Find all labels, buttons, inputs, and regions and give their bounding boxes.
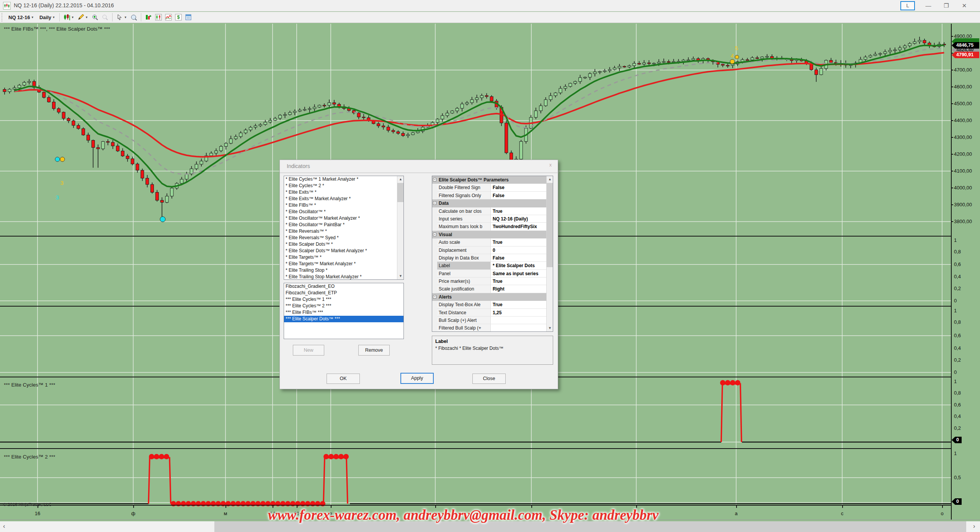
period-selector[interactable]: Daily bbox=[36, 15, 53, 20]
property-value[interactable]: False bbox=[491, 184, 553, 191]
available-indicator-item[interactable]: * Elite Cycles™ 2 * bbox=[284, 183, 403, 189]
scroll-down-icon[interactable]: ▼ bbox=[547, 325, 553, 331]
chart-trader-icon[interactable] bbox=[154, 13, 163, 22]
property-value[interactable]: 1,25 bbox=[491, 309, 553, 317]
link-button[interactable]: L bbox=[900, 1, 915, 10]
property-value[interactable] bbox=[491, 324, 553, 332]
account-icon[interactable]: $ bbox=[173, 13, 183, 22]
property-row[interactable]: Bull Scalp (+) Alert bbox=[432, 317, 553, 324]
property-group-row[interactable]: −Data bbox=[432, 199, 553, 207]
property-value[interactable]: Same as input series bbox=[491, 270, 553, 277]
ok-button[interactable]: OK bbox=[327, 374, 360, 384]
indicator-properties-grid[interactable]: −Elite Scalper Dots™ ParametersDouble Fi… bbox=[432, 176, 553, 332]
available-indicators-list[interactable]: ▲ ▼ * Elite Cycles™ 1 Market Analyzer **… bbox=[284, 176, 404, 280]
zoom-out-icon[interactable] bbox=[100, 13, 110, 22]
cursor-icon[interactable] bbox=[115, 13, 125, 22]
property-value[interactable]: True bbox=[491, 207, 553, 215]
property-row[interactable]: Display Text-Box AleTrue bbox=[432, 301, 553, 308]
property-row[interactable]: Scale justificationRight bbox=[432, 285, 553, 293]
period-caret-icon[interactable]: ▾ bbox=[53, 15, 57, 19]
collapse-icon[interactable]: − bbox=[433, 295, 436, 299]
available-indicator-item[interactable]: * Elite Oscillator™ PaintBar * bbox=[284, 222, 403, 228]
applied-indicator-item[interactable]: *** Elite Cycles™ 1 *** bbox=[284, 296, 403, 303]
scroll-left-icon[interactable]: ‹ bbox=[3, 523, 5, 530]
properties-panel-icon[interactable] bbox=[183, 13, 193, 22]
property-value[interactable]: True bbox=[491, 277, 553, 285]
property-value[interactable] bbox=[491, 317, 553, 324]
property-row[interactable]: PanelSame as input series bbox=[432, 270, 553, 277]
scroll-up-icon[interactable]: ▲ bbox=[397, 176, 404, 183]
available-indicator-item[interactable]: * Elite Reversals™ * bbox=[284, 228, 403, 235]
property-value[interactable]: True bbox=[491, 238, 553, 246]
drawing-tools-icon[interactable] bbox=[76, 13, 86, 22]
available-indicator-item[interactable]: * Elite Reversals™ Syed * bbox=[284, 235, 403, 241]
collapse-icon[interactable]: − bbox=[433, 201, 436, 205]
property-value[interactable]: True bbox=[491, 301, 553, 308]
available-indicator-item[interactable]: * Elite Scalper Dots™ * bbox=[284, 241, 403, 248]
scrollbar-thumb[interactable] bbox=[397, 183, 404, 202]
property-row[interactable]: Auto scaleTrue bbox=[432, 238, 553, 246]
property-value[interactable]: NQ 12-16 (Daily) bbox=[491, 215, 553, 223]
available-indicator-item[interactable]: * Elite Oscillator™ Market Analyzer * bbox=[284, 215, 403, 222]
property-row[interactable]: Input seriesNQ 12-16 (Daily) bbox=[432, 215, 553, 223]
property-row[interactable]: Calculate on bar closTrue bbox=[432, 207, 553, 215]
grid-scrollbar[interactable]: ▲ ▼ bbox=[546, 176, 553, 331]
chart-style-caret-icon[interactable]: ▾ bbox=[72, 15, 76, 19]
minimize-button[interactable]: — bbox=[922, 1, 935, 10]
available-indicator-item[interactable]: * Elite Exits™ Market Analyzer * bbox=[284, 196, 403, 202]
crosshair-zoom-icon[interactable] bbox=[129, 13, 139, 22]
cursor-caret-icon[interactable]: ▾ bbox=[125, 15, 129, 19]
apply-button[interactable]: Apply bbox=[400, 373, 434, 384]
collapse-icon[interactable]: − bbox=[433, 178, 436, 181]
applied-indicator-item[interactable]: *** Elite FIBs™ *** bbox=[284, 309, 403, 316]
available-indicator-item[interactable]: * Elite Exits™ * bbox=[284, 189, 403, 196]
property-group-row[interactable]: −Elite Scalper Dots™ Parameters bbox=[432, 176, 553, 184]
applied-indicator-item[interactable]: Fibozachi_Gradient_ETP bbox=[284, 290, 403, 296]
close-button[interactable]: ✕ bbox=[958, 1, 971, 10]
property-row[interactable]: Double Filtered SignFalse bbox=[432, 184, 553, 191]
scroll-down-icon[interactable]: ▼ bbox=[397, 273, 404, 279]
available-indicator-item[interactable]: * Elite Trailing Stop Market Analyzer * bbox=[284, 274, 403, 280]
property-group-row[interactable]: −Alerts bbox=[432, 293, 553, 301]
available-indicator-item[interactable]: * Elite Targets™ Market Analyzer * bbox=[284, 261, 403, 267]
available-indicator-item[interactable]: * Elite Oscillator™ * bbox=[284, 209, 403, 215]
property-row[interactable]: Text Distance1,25 bbox=[432, 309, 553, 317]
scroll-up-icon[interactable]: ▲ bbox=[547, 176, 553, 183]
instrument-caret-icon[interactable]: ▾ bbox=[31, 15, 36, 19]
property-row[interactable]: Label* Elite Scalper Dots bbox=[432, 262, 553, 269]
zoom-in-icon[interactable] bbox=[90, 13, 100, 22]
regions-icon[interactable] bbox=[163, 13, 173, 22]
chart-style-icon[interactable] bbox=[62, 13, 72, 22]
applied-indicator-item[interactable]: Fibozachi_Gradient_EO bbox=[284, 283, 403, 290]
available-indicator-item[interactable]: * Elite FIBs™ * bbox=[284, 202, 403, 209]
instrument-selector[interactable]: NQ 12-16 bbox=[5, 15, 31, 20]
property-row[interactable]: Filtered Signals OnlyFalse bbox=[432, 192, 553, 199]
property-value[interactable]: False bbox=[491, 254, 553, 262]
scrollbar-thumb[interactable] bbox=[547, 183, 553, 267]
list-scrollbar[interactable]: ▲ ▼ bbox=[397, 176, 403, 279]
scroll-right-icon[interactable]: › bbox=[973, 523, 975, 530]
data-box-icon[interactable] bbox=[144, 13, 154, 22]
available-indicator-item[interactable]: * Elite Cycles™ 1 Market Analyzer * bbox=[284, 176, 403, 183]
property-value[interactable]: 0 bbox=[491, 246, 553, 254]
property-row[interactable]: Maximum bars look bTwoHundredFiftySix bbox=[432, 223, 553, 230]
property-group-row[interactable]: −Visual bbox=[432, 231, 553, 238]
property-value[interactable]: * Elite Scalper Dots bbox=[491, 262, 553, 269]
property-value[interactable]: Right bbox=[491, 285, 553, 293]
property-row[interactable]: Price marker(s)True bbox=[432, 277, 553, 285]
remove-button[interactable]: Remove bbox=[358, 345, 390, 356]
applied-indicators-list[interactable]: Fibozachi_Gradient_EOFibozachi_Gradient_… bbox=[284, 283, 404, 339]
dialog-close-button[interactable]: Close bbox=[472, 374, 506, 384]
dialog-close-icon[interactable]: x bbox=[546, 162, 555, 169]
applied-indicator-item[interactable]: *** Elite Cycles™ 2 *** bbox=[284, 303, 403, 309]
property-value[interactable]: TwoHundredFiftySix bbox=[491, 223, 553, 230]
applied-indicator-item[interactable]: *** Elite Scalper Dots™ *** bbox=[284, 316, 403, 322]
property-row[interactable]: Displacement0 bbox=[432, 246, 553, 254]
new-button[interactable]: New bbox=[293, 345, 324, 356]
property-row[interactable]: Display in Data BoxFalse bbox=[432, 254, 553, 262]
available-indicator-item[interactable]: * Elite Trailing Stop * bbox=[284, 267, 403, 274]
property-value[interactable]: False bbox=[491, 192, 553, 199]
collapse-icon[interactable]: − bbox=[433, 233, 436, 236]
restore-button[interactable]: ❐ bbox=[940, 1, 953, 10]
property-row[interactable]: Filtered Bull Scalp (+ bbox=[432, 324, 553, 332]
